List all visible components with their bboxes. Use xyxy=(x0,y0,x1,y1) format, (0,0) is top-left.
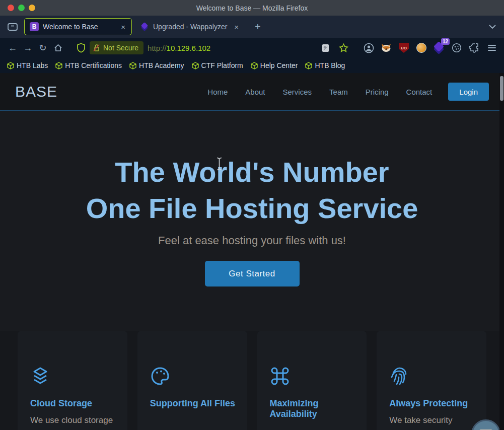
reload-button[interactable]: ↻ xyxy=(35,40,50,55)
account-button[interactable] xyxy=(362,41,376,55)
cookie-icon xyxy=(452,43,462,53)
bookmark-label: Help Center xyxy=(260,61,298,69)
htb-cube-icon xyxy=(7,62,14,69)
bookmark-help-center[interactable]: Help Center xyxy=(251,61,298,69)
card-title: Supporting All Files xyxy=(150,398,237,409)
list-all-tabs-button[interactable] xyxy=(489,25,496,29)
bookmark-star-icon xyxy=(339,43,348,52)
ublock-shield-icon: UO xyxy=(399,43,409,53)
reload-icon: ↻ xyxy=(39,42,46,53)
htb-cube-icon xyxy=(129,62,136,69)
page-viewport: BASE Home About Services Team Pricing Co… xyxy=(0,73,504,430)
scrollbar-thumb[interactable] xyxy=(500,76,503,101)
wappalyzer-extension-button[interactable]: 12 xyxy=(432,41,446,55)
htb-cube-icon xyxy=(192,62,199,69)
nav-link-contact[interactable]: Contact xyxy=(406,88,433,96)
firefox-view-icon xyxy=(8,22,18,31)
bookmark-label: CTF Platform xyxy=(201,61,243,69)
site-header: BASE Home About Services Team Pricing Co… xyxy=(0,73,504,111)
firefox-view-button[interactable] xyxy=(5,19,20,34)
tab-welcome-to-base[interactable]: B Welcome to Base × xyxy=(24,18,132,35)
nav-link-home[interactable]: Home xyxy=(207,88,228,96)
bookmark-label: HTB Academy xyxy=(139,61,184,69)
cookie-extension-button[interactable] xyxy=(450,41,464,55)
nav-link-services[interactable]: Services xyxy=(283,88,312,96)
orange-extension-button[interactable] xyxy=(414,41,428,55)
page-scrollbar[interactable] xyxy=(499,73,504,430)
tracking-protection-shield-icon[interactable] xyxy=(77,43,86,53)
login-button[interactable]: Login xyxy=(448,83,489,101)
url-host: 10.129.6.102 xyxy=(167,44,211,52)
home-button[interactable] xyxy=(50,40,65,55)
extensions-button[interactable] xyxy=(467,41,481,55)
bookmark-htb-academy[interactable]: HTB Academy xyxy=(129,61,184,69)
forward-icon: → xyxy=(23,43,32,53)
base-favicon: B xyxy=(30,22,39,31)
extension-cluster: UO 12 xyxy=(362,41,499,55)
new-tab-button[interactable]: + xyxy=(252,21,264,33)
site-logo[interactable]: BASE xyxy=(15,83,57,100)
account-profile-icon xyxy=(364,43,374,53)
card-title: Always Protecting xyxy=(389,398,476,409)
tab-title: Upgraded - Wappalyzer xyxy=(153,23,229,31)
get-started-button[interactable]: Get Started xyxy=(205,261,300,286)
bookmark-star-button[interactable] xyxy=(336,41,350,55)
chevron-down-icon xyxy=(489,25,496,29)
navigation-toolbar: ← → ↻ Not Secure http://10.129.6.102 xyxy=(0,38,504,58)
url-text[interactable]: http://10.129.6.102 xyxy=(148,44,210,52)
not-secure-label: Not Secure xyxy=(103,44,138,52)
card-title: Maximizing Availability xyxy=(270,398,357,419)
nav-link-about[interactable]: About xyxy=(245,88,265,96)
command-icon xyxy=(270,366,357,385)
hero-subtitle: Feel at ease hosting your files with us! xyxy=(0,234,504,247)
htb-cube-icon xyxy=(55,62,62,69)
close-window-button[interactable] xyxy=(8,5,14,11)
puzzle-piece-icon xyxy=(469,43,479,53)
text-cursor-icon xyxy=(216,157,223,171)
forward-button[interactable]: → xyxy=(20,40,35,55)
bookmark-htb-certifications[interactable]: HTB Certifications xyxy=(55,61,122,69)
feature-card-maximizing-availability: Maximizing Availability xyxy=(257,331,367,430)
bookmark-label: HTB Labs xyxy=(17,61,48,69)
bookmark-label: HTB Certifications xyxy=(65,61,122,69)
bookmark-htb-blog[interactable]: HTB Blog xyxy=(305,61,345,69)
back-button[interactable]: ← xyxy=(5,40,20,55)
foxyproxy-extension-button[interactable] xyxy=(379,41,393,55)
card-title: Cloud Storage xyxy=(30,398,117,409)
card-body: We take security xyxy=(389,415,476,425)
not-secure-badge[interactable]: Not Secure xyxy=(90,41,143,54)
browser-window: Welcome to Base — Mozilla Firefox B Welc… xyxy=(0,0,504,430)
url-bar[interactable]: Not Secure http://10.129.6.102 xyxy=(65,40,353,56)
hero-heading: The World's NumberOne File Hosting Servi… xyxy=(0,154,504,227)
window-title: Welcome to Base — Mozilla Firefox xyxy=(0,4,504,12)
htb-cube-icon xyxy=(305,62,312,69)
maximize-window-button[interactable] xyxy=(18,5,25,11)
feature-card-cloud-storage: Cloud Storage We use cloud storage xyxy=(18,331,127,430)
back-icon: ← xyxy=(8,43,17,53)
foxyproxy-fox-icon xyxy=(381,43,392,53)
features-section: Cloud Storage We use cloud storage Suppo… xyxy=(0,331,504,430)
nav-link-pricing[interactable]: Pricing xyxy=(366,88,389,96)
fingerprint-icon xyxy=(389,366,476,385)
nav-link-team[interactable]: Team xyxy=(329,88,348,96)
page-action-icon xyxy=(321,43,330,53)
bookmark-htb-labs[interactable]: HTB Labs xyxy=(7,61,48,69)
tab-wappalyzer[interactable]: Upgraded - Wappalyzer × xyxy=(135,18,245,35)
wappalyzer-count-badge: 12 xyxy=(441,38,450,45)
minimize-window-button[interactable] xyxy=(29,5,35,11)
bookmarks-bar: HTB Labs HTB Certifications HTB Academy … xyxy=(0,58,504,73)
htb-cube-icon xyxy=(251,62,258,69)
feature-card-supporting-all-files: Supporting All Files xyxy=(137,331,247,430)
titlebar: Welcome to Base — Mozilla Firefox xyxy=(0,0,504,16)
menu-button[interactable] xyxy=(485,41,499,55)
bookmark-ctf-platform[interactable]: CTF Platform xyxy=(192,61,243,69)
hamburger-menu-icon xyxy=(488,45,496,51)
layers-icon xyxy=(30,366,117,385)
close-tab-icon[interactable]: × xyxy=(120,23,126,31)
site-nav: Home About Services Team Pricing Contact xyxy=(207,88,432,96)
palette-icon xyxy=(150,366,237,385)
window-controls xyxy=(8,5,35,11)
close-tab-icon[interactable]: × xyxy=(233,23,240,31)
ublock-extension-button[interactable]: UO xyxy=(397,41,411,55)
page-action-button[interactable] xyxy=(318,41,332,55)
